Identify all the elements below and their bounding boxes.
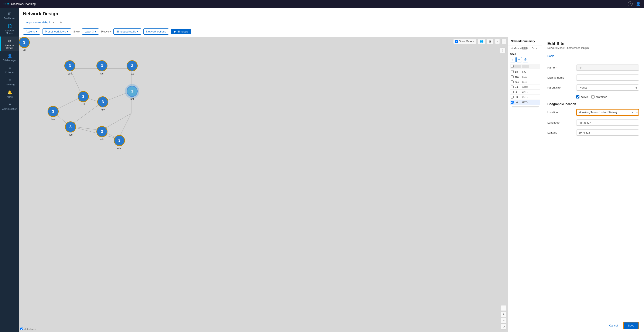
location-input[interactable]	[576, 109, 639, 116]
summary-tab-interfaces[interactable]: Interfaces 100	[508, 45, 530, 51]
parent-site-select[interactable]: (None)	[576, 84, 639, 91]
node-bos[interactable]: 3 bos	[48, 106, 58, 121]
content-area: Network Design unprocessed-lab.pln ✕ + A…	[19, 8, 644, 332]
prev-button[interactable]: ‹	[495, 39, 500, 44]
site-row-wdc[interactable]: wdc WDC	[510, 84, 540, 90]
sites-select-all[interactable]	[511, 65, 514, 68]
location-row: Location ✕ ▾	[547, 109, 639, 116]
node-mia[interactable]: 3 mia	[114, 135, 125, 150]
site-checkbox-hst[interactable]	[511, 101, 514, 104]
auto-focus-checkbox[interactable]	[20, 328, 23, 330]
show-label: Show	[73, 30, 80, 33]
node-hst[interactable]: 3 hst	[126, 86, 138, 101]
latitude-row: Latitude	[547, 129, 639, 136]
layer-button[interactable]: Layer 3 ▾	[82, 28, 99, 35]
node-chi[interactable]: 3 chi	[78, 91, 89, 106]
simulated-traffic-chevron-icon: ▾	[137, 30, 138, 33]
sidebar-item-network-models[interactable]: 🌐 Network Models	[0, 22, 19, 36]
list-icon[interactable]: ☰	[501, 305, 506, 311]
site-row-hst[interactable]: hst HST -	[510, 100, 540, 105]
node-sea[interactable]: 3 sea	[64, 60, 76, 75]
topology-view-button[interactable]: ⊞	[487, 39, 494, 44]
sites-delete-button[interactable]: 🗑	[523, 57, 528, 62]
sidebar-item-administration[interactable]: ≡ Administration	[0, 100, 19, 112]
simulate-play-icon: ▶	[174, 30, 176, 33]
sidebar-item-collector[interactable]: ≡ Collector	[0, 64, 19, 76]
show-groups-checkbox[interactable]	[455, 40, 458, 43]
protected-checkbox[interactable]	[591, 95, 594, 98]
site-row-atl[interactable]: atl ATL -	[510, 90, 540, 95]
latitude-input[interactable]	[576, 129, 639, 136]
sidebar-item-job-manager[interactable]: 👤 Job Manager	[0, 51, 19, 64]
simulate-button[interactable]: ▶ Simulate	[171, 29, 191, 34]
sidebar-item-network-design[interactable]: ⊛ Network Design	[0, 36, 19, 51]
show-groups-control[interactable]: Show Groups	[454, 39, 476, 44]
layer-chevron-icon: ▾	[95, 30, 96, 33]
sidebar-item-alerts[interactable]: 🔔 Alerts	[0, 88, 19, 100]
site-row-sea[interactable]: sea SEA -	[510, 74, 540, 79]
location-dropdown-icon[interactable]: ▾	[636, 111, 638, 114]
fit-to-screen-button[interactable]: ⤢	[501, 324, 506, 330]
node-atl[interactable]: 3 atl	[19, 37, 30, 52]
tab-main[interactable]: unprocessed-lab.pln ✕	[23, 19, 58, 26]
help-icon[interactable]: ?	[628, 1, 632, 6]
location-input-wrapper: ✕ ▾	[576, 109, 639, 116]
name-input[interactable]	[576, 64, 639, 71]
site-row-bos[interactable]: bos BOS -	[510, 79, 540, 84]
site-row-sjc[interactable]: sjc SJC -	[510, 69, 540, 74]
hierarchy-icon[interactable]: ⋮	[500, 47, 506, 53]
protected-checkbox-label[interactable]: protected	[591, 95, 607, 98]
site-checkbox-chi[interactable]	[511, 96, 514, 98]
sidebar-item-dashboard[interactable]: ⊞ Dashboard	[0, 9, 19, 22]
next-button[interactable]: ›	[502, 39, 506, 44]
active-checkbox[interactable]	[576, 95, 580, 98]
simulated-traffic-button[interactable]: Simulated traffic ▾	[114, 28, 141, 35]
node-sjc[interactable]: 3 sjc	[96, 60, 108, 75]
sites-title: Sites	[510, 53, 540, 56]
site-checkbox-atl[interactable]	[511, 91, 514, 93]
site-checkbox-sjc[interactable]	[511, 70, 514, 73]
topbar: cisco Crosswork Planning ? 👤	[0, 0, 644, 8]
display-name-input[interactable]	[576, 74, 639, 81]
node-kcy[interactable]: 3 kcy	[97, 96, 108, 111]
edit-tab-basic[interactable]: Basic	[547, 52, 554, 60]
node-lax[interactable]: 3 lax	[126, 60, 138, 75]
sites-scrollbar[interactable]	[512, 106, 539, 107]
network-canvas[interactable]: 3 sea 3 sjc 3 lax 3 chi 3 kcy	[19, 37, 508, 332]
latitude-label: Latitude	[547, 129, 573, 134]
sites-add-button[interactable]: +	[510, 57, 516, 62]
site-checkbox-sea[interactable]	[511, 75, 514, 78]
tab-close-icon[interactable]: ✕	[52, 21, 54, 24]
site-row-chi[interactable]: chi CHI -	[510, 95, 540, 100]
location-clear-icon[interactable]: ✕	[631, 111, 634, 114]
parent-site-row: Parent site (None) ▾	[547, 84, 639, 91]
sidebar-item-licensing[interactable]: ≡ Licensing	[0, 76, 19, 88]
cancel-button[interactable]: Cancel	[606, 322, 621, 329]
tab-add[interactable]: +	[58, 19, 64, 26]
sites-edit-button[interactable]: ✏	[516, 57, 522, 62]
site-checkbox-bos[interactable]	[511, 80, 514, 83]
parent-site-wrapper: (None) ▾	[576, 84, 639, 91]
save-button[interactable]: Save	[623, 322, 639, 329]
node-wdc[interactable]: 3 wdc	[96, 126, 108, 141]
svg-line-13	[70, 126, 118, 139]
preset-workflows-button[interactable]: Preset workflows ▾	[42, 28, 71, 35]
display-name-label: Display name	[547, 74, 573, 79]
edit-panel-footer: Cancel Save	[542, 319, 644, 332]
cisco-logo: cisco	[4, 3, 9, 5]
zoom-out-button[interactable]: −	[501, 318, 506, 324]
name-row: Name *	[547, 64, 639, 71]
active-checkbox-label[interactable]: active	[576, 95, 588, 98]
summary-tab-demand[interactable]: Dem...	[530, 45, 541, 51]
user-icon[interactable]: 👤	[636, 1, 640, 6]
node-nyc[interactable]: 3 nyc	[65, 121, 76, 136]
job-manager-icon: 👤	[8, 53, 12, 58]
zoom-in-button[interactable]: +	[501, 312, 506, 317]
page-title: Network Design	[23, 11, 640, 16]
network-options-button[interactable]: Network options	[143, 28, 169, 35]
site-checkbox-wdc[interactable]	[511, 85, 514, 88]
interfaces-badge: 100	[522, 47, 528, 49]
actions-button[interactable]: Actions ▾	[23, 28, 40, 35]
longitude-input[interactable]	[576, 119, 639, 126]
globe-view-button[interactable]: 🌐	[478, 39, 485, 44]
